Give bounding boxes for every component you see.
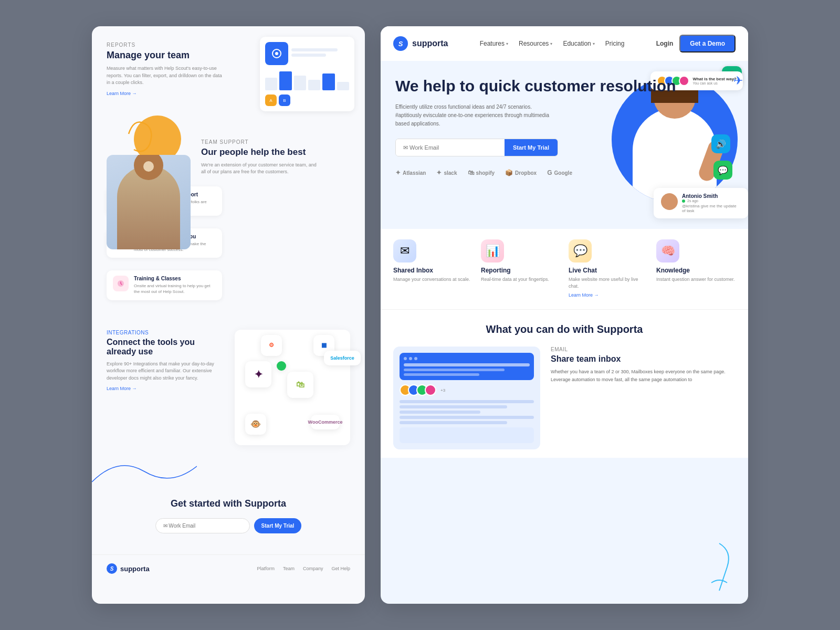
footer-logo: S supporta (107, 563, 150, 574)
nav-pricing[interactable]: Pricing (605, 40, 625, 47)
nav-links: Features ▾ Resources ▾ Education ▾ Prici… (480, 40, 625, 47)
footer-links: Platform Team Company Get Help (257, 566, 350, 571)
team-section: Team Support Our people help the best We… (92, 139, 365, 186)
live-chat-icon: 💬 (569, 239, 592, 262)
footer-link-help[interactable]: Get Help (331, 566, 350, 571)
integrations-grid: ⚙ ▦ ✦ 🛍 Salesforce WooCommerce 🐵 (235, 330, 350, 445)
deco-line-right (701, 541, 738, 593)
nav-logo: S supporta (393, 36, 448, 51)
reports-learn-more[interactable]: Learn More → (107, 91, 137, 96)
hubspot-logo: ⚙ (261, 335, 282, 356)
integrations-label: Integrations (107, 330, 224, 335)
blue-box-icon (265, 42, 288, 65)
integrations-title: Connect the tools you already use (107, 338, 224, 356)
integrations-desc: Explore 90+ Integrations that make your … (107, 361, 224, 382)
login-button[interactable]: Login (656, 40, 674, 47)
shopify-partner-logo: 🛍 shopify (468, 169, 495, 176)
slack-partner-logo: ✦ slack (436, 169, 457, 176)
hero-text: We help to quick customer resolution Eff… (395, 77, 733, 218)
team-label: Team Support (201, 139, 350, 145)
atlassian-logo: ✦ Atlassian (395, 169, 426, 176)
email-feature-title: Share team inbox (551, 354, 736, 364)
mailchimp-logo: 🐵 (245, 414, 266, 435)
google-logo: G Google (547, 169, 572, 176)
reports-desc: Measure what matters with Help Scout's e… (107, 65, 222, 87)
paper-plane-icon: ✈ (733, 74, 743, 88)
trial-button-small[interactable]: Start My Trial (254, 518, 302, 533)
feature-knowledge: 🧠 Knowledge Instant question answer for … (656, 239, 736, 299)
salesforce-logo: Salesforce (324, 351, 361, 365)
email-feature-info: Email Share team inbox Whether you have … (551, 346, 736, 383)
nav-features[interactable]: Features ▾ (480, 40, 508, 47)
hero-email-input[interactable] (396, 139, 505, 156)
slack-logo: ✦ (245, 361, 271, 387)
hero-section: We help to quick customer resolution Eff… (381, 61, 748, 229)
what-content: +3 Email Share team inbox Whether you ha… (393, 346, 736, 449)
green-dot-logo (277, 361, 286, 371)
live-chat-learn-more[interactable]: Learn More → (569, 292, 599, 298)
email-screenshot: +3 (393, 346, 540, 449)
footer-logo-icon: S (107, 563, 117, 574)
training-icon (113, 276, 129, 291)
email-category: Email (551, 346, 736, 352)
integrations-section: Integrations Connect the tools you alrea… (92, 314, 365, 456)
woocommerce-logo: WooCommerce (311, 415, 340, 429)
left-footer: S supporta Platform Team Company Get Hel… (92, 554, 365, 582)
email-input-small[interactable] (155, 518, 250, 533)
nav-resources[interactable]: Resources ▾ (519, 40, 552, 47)
features-row: ✉ Shared Inbox Manage your conversations… (381, 229, 748, 309)
reporting-icon: 📊 (481, 239, 504, 262)
what-section: What you can do with Supporta (381, 309, 748, 458)
dashboard-widget: A B (260, 37, 354, 111)
nav-education[interactable]: Education ▾ (563, 40, 594, 47)
feature-shared-inbox: ✉ Shared Inbox Manage your conversations… (393, 239, 472, 299)
email-feature-desc: Whether you have a team of 2 or 300, Mai… (551, 368, 736, 383)
feature-item-training: Training & Classes Onsite and virtual tr… (107, 270, 222, 300)
left-card: Reports Manage your team Measure what ma… (92, 26, 365, 604)
footer-link-platform[interactable]: Platform (257, 566, 275, 571)
nav-logo-icon: S (393, 36, 408, 51)
shopify-logo: 🛍 (287, 372, 313, 398)
shared-inbox-icon: ✉ (393, 239, 416, 262)
hero-title: We help to quick customer resolution (395, 77, 733, 96)
integrations-learn-more[interactable]: Learn More → (107, 386, 137, 391)
partner-logos: ✦ Atlassian ✦ slack 🛍 shopify 📦 Dropbox … (395, 169, 733, 176)
footer-link-team[interactable]: Team (283, 566, 295, 571)
team-title: Our people help the best (201, 147, 350, 158)
svg-point-1 (275, 52, 278, 55)
what-title: What you can do with Supporta (393, 322, 736, 336)
feature-reporting: 📊 Reporting Real-time data at your finge… (481, 239, 560, 299)
feature-live-chat: 💬 Live Chat Make website more useful by … (569, 239, 648, 299)
person-photo (107, 155, 191, 249)
team-desc: We're an extension of your customer serv… (201, 162, 317, 176)
dropbox-logo: 📦 Dropbox (505, 169, 537, 176)
footer-link-company[interactable]: Company (303, 566, 323, 571)
get-started-title: Get started with Supporta (107, 498, 350, 510)
curve-decoration (92, 456, 197, 487)
navbar: S supporta Features ▾ Resources ▾ Educat… (381, 26, 748, 61)
reports-section: Reports Manage your team Measure what ma… (92, 26, 365, 108)
demo-button[interactable]: Get a Demo (679, 35, 736, 52)
get-started-section: Get started with Supporta Start My Trial (92, 487, 365, 554)
knowledge-icon: 🧠 (656, 239, 679, 262)
hero-trial-button[interactable]: Start My Trial (505, 139, 558, 156)
right-card: S supporta Features ▾ Resources ▾ Educat… (381, 26, 748, 604)
hero-desc: Efficiently utilize cross functional ide… (395, 103, 553, 128)
hero-email-form: Start My Trial (395, 139, 558, 156)
